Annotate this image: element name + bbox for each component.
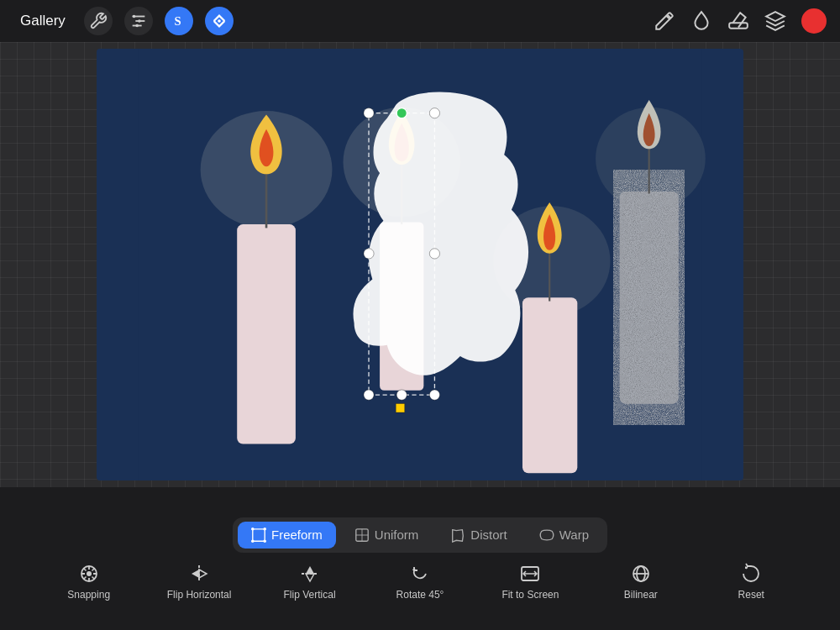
- canvas-area: [0, 42, 840, 487]
- svg-point-29: [364, 249, 374, 259]
- svg-text:S: S: [174, 14, 181, 28]
- svg-point-31: [364, 390, 374, 400]
- freeform-mode-button[interactable]: Freeform: [238, 522, 336, 549]
- svg-point-37: [263, 528, 266, 531]
- pen-icon[interactable]: [654, 10, 675, 32]
- distort-mode-button[interactable]: Distort: [437, 522, 520, 549]
- svg-point-42: [87, 571, 92, 576]
- svg-point-39: [263, 539, 266, 543]
- gallery-button[interactable]: Gallery: [13, 9, 72, 33]
- svg-point-3: [133, 15, 136, 18]
- svg-point-33: [429, 390, 439, 400]
- svg-point-5: [135, 24, 139, 28]
- toolbar-left: Gallery S: [13, 7, 234, 35]
- wrench-icon[interactable]: [84, 7, 113, 35]
- rotate-45-button[interactable]: Rotate 45°: [386, 563, 454, 601]
- svg-point-38: [251, 539, 255, 543]
- select-icon[interactable]: S: [165, 7, 193, 35]
- svg-point-36: [251, 528, 255, 531]
- bottom-panel: Freeform Uniform Distort Warp: [0, 487, 840, 630]
- svg-point-32: [396, 390, 407, 400]
- flip-horizontal-button[interactable]: Flip Horizontal: [165, 563, 233, 601]
- uniform-mode-button[interactable]: Uniform: [341, 522, 433, 549]
- top-toolbar: Gallery S: [0, 0, 840, 42]
- color-swatch[interactable]: [801, 8, 827, 34]
- svg-point-4: [138, 19, 141, 23]
- flip-vertical-button[interactable]: Flip Vertical: [276, 563, 344, 601]
- reset-button[interactable]: Reset: [717, 563, 785, 601]
- eraser-icon[interactable]: [727, 10, 749, 32]
- svg-rect-34: [396, 404, 404, 412]
- svg-rect-18: [522, 297, 577, 473]
- toolbar-right: [654, 8, 827, 34]
- layers-icon[interactable]: [764, 10, 786, 32]
- svg-point-28: [396, 108, 407, 118]
- svg-point-30: [429, 249, 439, 259]
- svg-point-7: [218, 19, 221, 23]
- svg-point-27: [429, 108, 439, 118]
- snapping-button[interactable]: Snapping: [55, 563, 123, 601]
- warp-mode-button[interactable]: Warp: [526, 522, 602, 549]
- adjustments-icon[interactable]: [124, 7, 153, 35]
- bilinear-button[interactable]: Bilinear: [607, 563, 675, 601]
- canvas-background[interactable]: [0, 42, 840, 487]
- transform-icon[interactable]: [205, 7, 234, 35]
- svg-rect-22: [620, 192, 679, 404]
- svg-rect-14: [237, 224, 296, 444]
- svg-point-26: [364, 108, 374, 118]
- svg-rect-35: [253, 528, 265, 540]
- ink-icon[interactable]: [690, 10, 712, 32]
- bottom-tools-row: Snapping Flip Horizontal Flip Vertical: [0, 563, 840, 601]
- artwork-canvas[interactable]: [97, 49, 743, 480]
- fit-to-screen-button[interactable]: Fit to Screen: [496, 563, 564, 601]
- transform-mode-row: Freeform Uniform Distort Warp: [233, 517, 607, 553]
- svg-rect-8: [729, 23, 748, 28]
